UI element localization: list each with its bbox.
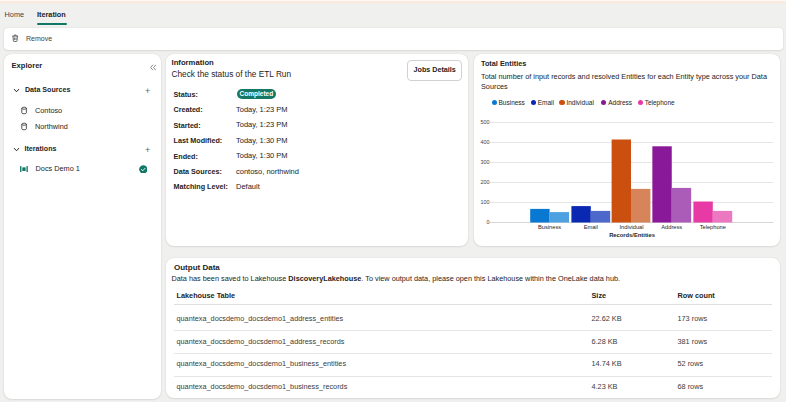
svg-text:300: 300 bbox=[480, 159, 489, 165]
svg-text:0: 0 bbox=[486, 219, 489, 225]
svg-text:500: 500 bbox=[480, 119, 489, 125]
svg-text:Records/Entities: Records/Entities bbox=[609, 232, 655, 238]
svg-text:Individual: Individual bbox=[619, 224, 643, 230]
svg-text:Address: Address bbox=[661, 224, 682, 230]
svg-text:400: 400 bbox=[480, 139, 489, 145]
svg-text:Email: Email bbox=[583, 224, 597, 230]
svg-text:Business: Business bbox=[538, 224, 561, 230]
svg-text:Telephone: Telephone bbox=[699, 224, 725, 230]
svg-text:100: 100 bbox=[480, 199, 489, 205]
svg-text:200: 200 bbox=[480, 179, 489, 185]
